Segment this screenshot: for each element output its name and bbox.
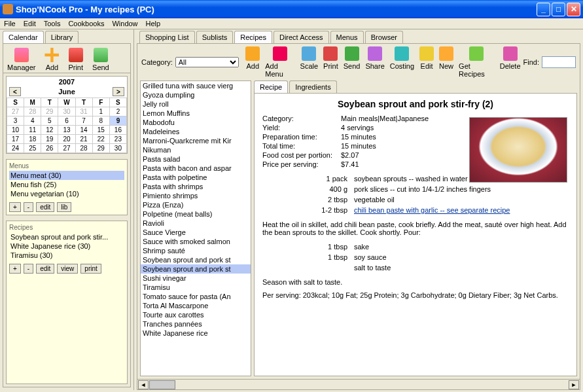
tab-shopping list[interactable]: Shopping List	[139, 31, 195, 43]
cal-day[interactable]: 17	[7, 135, 24, 144]
cal-day[interactable]: 20	[58, 135, 75, 144]
minimize-button[interactable]: _	[537, 3, 550, 16]
recipe-list-item[interactable]: Tiramisu	[141, 283, 251, 292]
cal-day[interactable]: 16	[109, 126, 126, 135]
cal-day[interactable]: 23	[109, 135, 126, 144]
cal-day[interactable]: 30	[109, 144, 126, 153]
recipe-list-item[interactable]: Tomato sauce for pasta (An	[141, 292, 251, 301]
cal-day[interactable]: 13	[58, 126, 75, 135]
recipe-list-item[interactable]: Sauce Vierge	[141, 228, 251, 237]
recipes-btn-+[interactable]: +	[9, 264, 21, 274]
tool2-costing[interactable]: Costing	[390, 46, 414, 78]
tool2-share[interactable]: Share	[365, 46, 384, 78]
cal-day[interactable]: 8	[92, 116, 109, 126]
tool2-send[interactable]: Send	[344, 46, 361, 78]
recipe-mini-item[interactable]: Tiramisu (30)	[9, 251, 124, 260]
cal-day[interactable]: 25	[24, 144, 41, 153]
menu-item[interactable]: Menu meat (30)	[9, 171, 124, 180]
recipe-list-item[interactable]: Soybean sprout and pork st	[141, 255, 251, 264]
menu-tools[interactable]: Tools	[44, 20, 61, 27]
tab-sublists[interactable]: Sublists	[196, 31, 234, 43]
recipe-list-item[interactable]: Grilled tuna with sauce vierg	[141, 81, 251, 90]
menu-item[interactable]: Menu vegetarian (10)	[9, 189, 124, 198]
tool-add[interactable]: Add	[44, 48, 59, 71]
recipes-btn-edit[interactable]: edit	[36, 264, 54, 274]
cal-day[interactable]: 29	[92, 144, 109, 153]
cal-next[interactable]: >	[113, 87, 124, 96]
tab-library[interactable]: Library	[45, 31, 79, 43]
cal-day[interactable]: 28	[24, 107, 41, 116]
tab-browser[interactable]: Browser	[365, 31, 403, 43]
tab-recipes[interactable]: Recipes	[234, 31, 272, 43]
recipe-list-item[interactable]: Ravioli	[141, 219, 251, 228]
cal-day[interactable]: 15	[92, 126, 109, 135]
cal-day[interactable]: 31	[75, 107, 92, 116]
menu-file[interactable]: File	[4, 20, 16, 27]
category-select[interactable]: All	[175, 57, 239, 67]
menu-help[interactable]: Help	[146, 20, 161, 27]
recipe-list-item[interactable]: Gyoza dumpling	[141, 90, 251, 99]
recipe-list-item[interactable]: Mabodofu	[141, 118, 251, 127]
cal-day[interactable]: 22	[92, 135, 109, 144]
recipes-btn--[interactable]: -	[24, 264, 33, 274]
tab-menus[interactable]: Menus	[330, 31, 364, 43]
cal-day[interactable]: 30	[58, 107, 75, 116]
cal-day[interactable]: 7	[75, 116, 92, 126]
menus-btn-+[interactable]: +	[9, 202, 21, 212]
cal-day[interactable]: 11	[24, 126, 41, 135]
maximize-button[interactable]: □	[552, 3, 565, 16]
cal-day[interactable]: 26	[41, 144, 58, 153]
cal-day[interactable]: 29	[41, 107, 58, 116]
cal-day[interactable]: 9	[109, 116, 126, 126]
recipe-list-item[interactable]: Sauce with smoked salmon	[141, 237, 251, 246]
calendar-grid[interactable]: SMTWTFS272829303112345678910111213141516…	[7, 98, 127, 153]
menu-window[interactable]: Window	[112, 20, 137, 27]
cal-day[interactable]: 6	[58, 116, 75, 126]
recipe-list-item[interactable]: Lemon Muffins	[141, 109, 251, 118]
menus-btn--[interactable]: -	[24, 202, 33, 212]
recipe-mini-item[interactable]: White Japanese rice (30)	[9, 241, 124, 251]
cal-day[interactable]: 21	[75, 135, 92, 144]
ing-link[interactable]: chili bean paste with garlic -- see sepa…	[354, 206, 510, 214]
tab-calendar[interactable]: Calendar	[3, 31, 44, 43]
tool2-edit[interactable]: Edit	[419, 46, 434, 78]
menu-edit[interactable]: Edit	[24, 20, 36, 27]
recipe-list-item[interactable]: Tranches pannées	[141, 319, 251, 329]
cal-day[interactable]: 2	[109, 107, 126, 116]
cal-day[interactable]: 24	[7, 144, 24, 153]
find-input[interactable]	[542, 56, 576, 68]
recipe-list-item[interactable]: Polpetine (meat balls)	[141, 209, 251, 219]
cal-day[interactable]: 27	[7, 107, 24, 116]
tool-print[interactable]: Print	[68, 48, 83, 71]
menus-btn-lib[interactable]: lib	[57, 202, 71, 212]
recipe-list-item[interactable]: Sushi vinegar	[141, 274, 251, 283]
tool-manager[interactable]: Manager	[7, 48, 35, 71]
recipe-list-item[interactable]: Pasta with bacon and aspar	[141, 164, 251, 173]
cal-day[interactable]: 27	[58, 144, 75, 153]
menus-btn-edit[interactable]: edit	[36, 202, 54, 212]
tool2-add[interactable]: Add	[245, 46, 260, 78]
cal-day[interactable]: 18	[24, 135, 41, 144]
recipe-list-item[interactable]: Pizza (Enza)	[141, 200, 251, 209]
tool2-add menu[interactable]: Add Menu	[265, 46, 294, 78]
cal-day[interactable]: 1	[92, 107, 109, 116]
recipe-list-item[interactable]: White Japanese rice	[141, 329, 251, 338]
recipe-list-item[interactable]: Madeleines	[141, 127, 251, 136]
scroll-right-icon[interactable]: ►	[569, 380, 579, 389]
cal-day[interactable]: 12	[41, 126, 58, 135]
recipe-list-item[interactable]: Marroni-Quarkcreme mit Kir	[141, 136, 251, 145]
menu-item[interactable]: Menu fish (25)	[9, 180, 124, 189]
tool2-get recipes[interactable]: Get Recipes	[459, 46, 495, 78]
cal-day[interactable]: 10	[7, 126, 24, 135]
cal-day[interactable]: 4	[24, 116, 41, 126]
cal-day[interactable]: 14	[75, 126, 92, 135]
recipe-list-item[interactable]: Pasta with shrimps	[141, 182, 251, 191]
tool-send[interactable]: Send	[92, 48, 109, 71]
scroll-left-icon[interactable]: ◄	[138, 380, 149, 389]
close-button[interactable]: ✕	[567, 3, 580, 16]
h-scrollbar[interactable]: ◄ ►	[137, 379, 580, 389]
cal-day[interactable]: 3	[7, 116, 24, 126]
recipe-list-item[interactable]: Soybean sprout and pork st	[141, 264, 251, 274]
recipe-list-item[interactable]: Jelly roll	[141, 99, 251, 109]
recipes-btn-print[interactable]: print	[80, 264, 101, 274]
